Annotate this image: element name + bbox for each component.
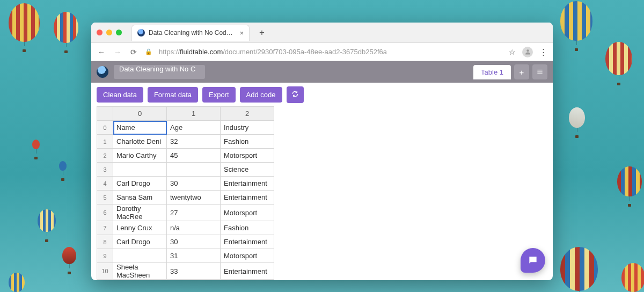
row-header[interactable]: 1 bbox=[97, 135, 113, 149]
column-header[interactable]: 1 bbox=[167, 107, 221, 121]
cell[interactable]: Fashion bbox=[221, 135, 274, 149]
balloon-decoration bbox=[9, 273, 25, 292]
balloon-decoration bbox=[560, 247, 598, 292]
svg-rect-5 bbox=[531, 260, 534, 260]
favicon-icon bbox=[137, 29, 145, 36]
url-scheme: https:// bbox=[159, 48, 180, 56]
balloon-decoration bbox=[54, 12, 78, 53]
cell[interactable]: Entertainment bbox=[221, 177, 274, 191]
browser-tab[interactable]: Data Cleaning with No Code: D × bbox=[131, 25, 250, 41]
cell[interactable]: twentytwo bbox=[167, 191, 221, 205]
cell[interactable]: Mario Carthy bbox=[113, 149, 167, 163]
cell[interactable]: 33 bbox=[167, 263, 221, 280]
cell[interactable]: Motorsport bbox=[221, 205, 274, 221]
balloon-decoration bbox=[62, 247, 76, 274]
cell[interactable] bbox=[113, 249, 167, 263]
cell[interactable] bbox=[113, 163, 167, 177]
balloon-decoration bbox=[38, 209, 56, 242]
row-header[interactable]: 8 bbox=[97, 235, 113, 249]
cell[interactable]: 30 bbox=[167, 235, 221, 249]
url-field[interactable]: https://fluidtable.com/document/2930f703… bbox=[159, 48, 502, 56]
balloon-decoration bbox=[621, 263, 644, 292]
row-header[interactable]: 3 bbox=[97, 163, 113, 177]
bookmark-button[interactable]: ☆ bbox=[509, 48, 516, 56]
toolbar: Clean data Format data Export Add code bbox=[91, 83, 553, 106]
sheet-menu-button[interactable] bbox=[532, 64, 547, 79]
svg-rect-4 bbox=[531, 259, 535, 259]
window-controls bbox=[97, 30, 122, 35]
balloon-decoration bbox=[569, 107, 585, 138]
column-header[interactable]: 2 bbox=[221, 107, 274, 121]
close-tab-button[interactable]: × bbox=[239, 29, 244, 37]
maximize-window-button[interactable] bbox=[116, 30, 122, 35]
document-title-input[interactable]: Data Cleaning with No C bbox=[114, 65, 205, 79]
row-header[interactable]: 5 bbox=[97, 191, 113, 205]
svg-rect-1 bbox=[537, 70, 542, 70]
cell[interactable] bbox=[167, 163, 221, 177]
cell[interactable]: Age bbox=[167, 121, 221, 135]
cell[interactable]: 31 bbox=[167, 249, 221, 263]
lock-icon: 🔒 bbox=[145, 48, 152, 55]
chat-icon bbox=[528, 255, 538, 266]
cell[interactable]: Name bbox=[113, 121, 167, 135]
cell[interactable]: Industry bbox=[221, 121, 274, 135]
cell[interactable]: Carl Drogo bbox=[113, 177, 167, 191]
reload-button[interactable]: ⟳ bbox=[129, 48, 138, 56]
back-button[interactable]: ← bbox=[97, 48, 106, 56]
balloon-decoration bbox=[605, 42, 632, 85]
url-host: fluidtable.com bbox=[180, 48, 223, 56]
cell[interactable]: Lenny Crux bbox=[113, 221, 167, 235]
cell[interactable]: Motorsport bbox=[221, 249, 274, 263]
row-header[interactable]: 10 bbox=[97, 263, 113, 280]
export-button[interactable]: Export bbox=[202, 87, 236, 103]
minimize-window-button[interactable] bbox=[106, 30, 112, 35]
format-data-button[interactable]: Format data bbox=[148, 87, 198, 103]
add-sheet-button[interactable]: + bbox=[514, 64, 529, 79]
cell[interactable]: Fashion bbox=[221, 221, 274, 235]
cell[interactable]: 32 bbox=[167, 135, 221, 149]
cell[interactable]: 27 bbox=[167, 205, 221, 221]
cell[interactable]: Motorsport bbox=[221, 149, 274, 163]
balloon-decoration bbox=[9, 3, 40, 52]
browser-window: Data Cleaning with No Code: D × + ← → ⟳ … bbox=[91, 23, 553, 280]
balloon-decoration bbox=[59, 161, 67, 181]
cell[interactable]: n/a bbox=[167, 221, 221, 235]
svg-point-0 bbox=[526, 49, 529, 52]
corner-cell[interactable] bbox=[97, 107, 113, 121]
balloon-decoration bbox=[32, 140, 40, 159]
cell[interactable]: Entertainment bbox=[221, 191, 274, 205]
close-window-button[interactable] bbox=[97, 30, 103, 35]
cell[interactable]: Science bbox=[221, 163, 274, 177]
forward-button[interactable]: → bbox=[113, 48, 122, 56]
cell[interactable]: Carl Drogo bbox=[113, 235, 167, 249]
cell[interactable]: Sansa Sam bbox=[113, 191, 167, 205]
add-code-button[interactable]: Add code bbox=[240, 87, 282, 103]
row-header[interactable]: 9 bbox=[97, 249, 113, 263]
cell[interactable]: Charlotte Deni bbox=[113, 135, 167, 149]
column-header[interactable]: 0 bbox=[113, 107, 167, 121]
cell[interactable]: Entertainment bbox=[221, 263, 274, 280]
cell[interactable]: 45 bbox=[167, 149, 221, 163]
row-header[interactable]: 6 bbox=[97, 205, 113, 221]
row-header[interactable]: 7 bbox=[97, 221, 113, 235]
spreadsheet[interactable]: 0120NameAgeIndustry1Charlotte Deni32Fash… bbox=[91, 106, 553, 280]
cell[interactable]: Sheela MacSheen bbox=[113, 263, 167, 280]
profile-avatar[interactable] bbox=[522, 47, 533, 57]
row-header[interactable]: 4 bbox=[97, 177, 113, 191]
cell[interactable]: Entertainment bbox=[221, 235, 274, 249]
app-logo-icon bbox=[97, 66, 108, 78]
cell[interactable]: Dorothy MacRee bbox=[113, 205, 167, 221]
new-tab-button[interactable]: + bbox=[256, 27, 268, 38]
chat-fab-button[interactable] bbox=[521, 248, 545, 273]
row-header[interactable]: 2 bbox=[97, 149, 113, 163]
row-header[interactable]: 0 bbox=[97, 121, 113, 135]
app-area: Data Cleaning with No C Table 1 + Clean … bbox=[91, 61, 553, 280]
refresh-button[interactable] bbox=[287, 86, 304, 103]
balloon-decoration bbox=[560, 1, 592, 51]
cell[interactable]: 30 bbox=[167, 177, 221, 191]
clean-data-button[interactable]: Clean data bbox=[97, 87, 143, 103]
sheet-tab-active[interactable]: Table 1 bbox=[473, 65, 511, 79]
app-header: Data Cleaning with No C Table 1 + bbox=[91, 61, 553, 83]
tab-title: Data Cleaning with No Code: D bbox=[149, 29, 236, 36]
browser-menu-button[interactable]: ⋮ bbox=[539, 47, 547, 57]
